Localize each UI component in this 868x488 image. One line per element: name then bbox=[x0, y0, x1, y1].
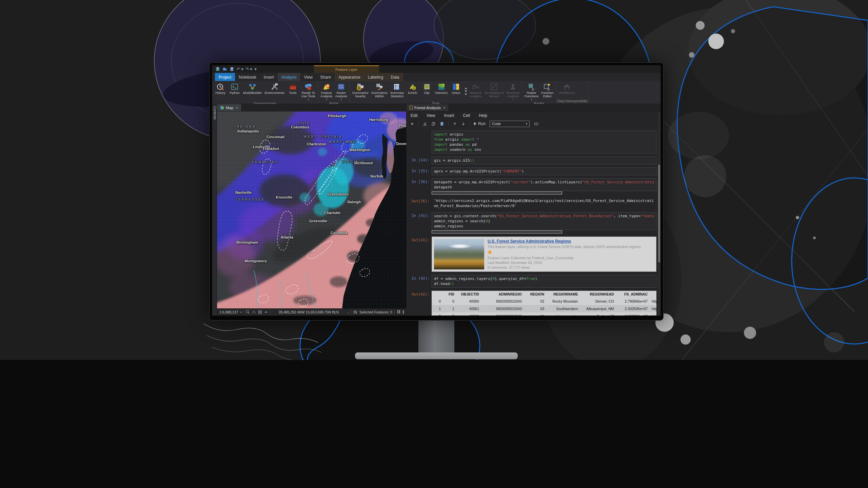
notebook-menu-help[interactable]: Help bbox=[479, 113, 487, 118]
paste-icon[interactable] bbox=[230, 67, 234, 72]
gallery-spinner[interactable] bbox=[463, 81, 468, 101]
ribbon-tab-data[interactable]: Data bbox=[387, 73, 403, 81]
open-icon[interactable] bbox=[222, 67, 227, 72]
map-scale-value[interactable]: 1:6,088,137 bbox=[219, 310, 238, 314]
table-header: REGION bbox=[524, 291, 546, 298]
state-label-tennessee: TENNESSEE bbox=[235, 198, 265, 201]
selection-icon bbox=[353, 310, 357, 314]
notebook-cell: In [15]:aprx = arcpy.mp.ArcGISProject("C… bbox=[407, 167, 656, 175]
command-palette-icon[interactable] bbox=[534, 122, 539, 126]
notebook-menu-view[interactable]: View bbox=[427, 113, 435, 118]
ribbon-tab-analysis[interactable]: Analysis bbox=[278, 73, 300, 81]
union-icon bbox=[452, 82, 460, 91]
move-down-icon[interactable] bbox=[461, 122, 466, 126]
cell-prompt: In [15]: bbox=[407, 167, 432, 175]
undo-icon[interactable]: ↶ ▾ bbox=[237, 67, 243, 71]
more-icon[interactable] bbox=[403, 310, 404, 314]
notebook-tab[interactable]: Forest Analysis × bbox=[407, 104, 448, 111]
ribbon-button-network-analysis: Network Analysis▾ bbox=[468, 81, 483, 101]
chevron-down-icon[interactable]: ▾ bbox=[240, 311, 241, 314]
ribbon-button-feature-analysis[interactable]: Feature Analysis▾ bbox=[319, 81, 334, 101]
item-type-icon bbox=[488, 250, 492, 255]
notebook-menu-edit[interactable]: Edit bbox=[411, 113, 418, 118]
notebook-menu-insert[interactable]: Insert bbox=[444, 113, 454, 118]
ribbon-group-geoprocessing: HistoryPythonModelBuilderEnvironmentsToo… bbox=[212, 81, 318, 104]
contents-panel-collapsed[interactable]: Contents bbox=[212, 104, 217, 316]
pause-icon[interactable] bbox=[397, 310, 400, 314]
city-label-norfolk: Norfolk bbox=[370, 174, 383, 178]
horizontal-scrollbar[interactable] bbox=[432, 230, 562, 233]
ribbon-button-clip[interactable]: Clip bbox=[420, 81, 434, 101]
redo-icon[interactable]: ↷ ▾ bbox=[245, 67, 252, 71]
ribbon-button-raster-functions[interactable]: fxRaster Functions▾ bbox=[523, 81, 540, 101]
chevron-down-icon: ▾ bbox=[340, 98, 342, 101]
add-cell-icon[interactable] bbox=[410, 122, 414, 126]
ribbon-button-summarize-within[interactable]: Summarize Within bbox=[370, 81, 389, 101]
add-overlay-icon[interactable] bbox=[246, 310, 250, 314]
code-cell-input[interactable]: aprx = arcpy.mp.ArcGISProject("CURRENT") bbox=[432, 167, 656, 175]
run-button[interactable]: Run bbox=[474, 121, 486, 126]
chevron-down-icon: ▾ bbox=[326, 98, 327, 101]
map-coordinates[interactable]: 28,485,292.46W 15,653,698.75N ftUS bbox=[273, 310, 344, 314]
city-label-cincinnati: Cincinnati bbox=[267, 135, 284, 139]
code-cell-input[interactable]: gis = arcgis.GIS() bbox=[432, 157, 656, 164]
table-row: 2240062990400001034304IntermountainOgden… bbox=[432, 312, 656, 316]
notebook-tab-bar: Forest Analysis × bbox=[407, 104, 660, 111]
close-icon[interactable]: × bbox=[443, 106, 445, 110]
move-up-icon[interactable] bbox=[453, 122, 457, 126]
monitor-stand-neck bbox=[418, 319, 454, 357]
table-cell: 04 bbox=[524, 312, 546, 316]
environments-icon bbox=[271, 82, 279, 91]
grid-icon[interactable] bbox=[258, 310, 262, 314]
ribbon-tab-appearance[interactable]: Appearance bbox=[335, 73, 364, 81]
ribbon-button-union[interactable]: Union bbox=[449, 81, 463, 101]
code-cell-input[interactable]: df = admin_regions.layers[0].query(as_df… bbox=[432, 275, 656, 288]
ribbon-button-enrich[interactable]: Enrich bbox=[406, 81, 420, 101]
toolbar-separator bbox=[418, 121, 419, 126]
ribbon-button-tools[interactable]: Tools bbox=[286, 81, 300, 101]
ribbon-button-summary-statistics[interactable]: Summary Statistics bbox=[389, 81, 406, 101]
ribbon-tab-project[interactable]: Project bbox=[215, 73, 235, 81]
ribbon-button-raster-analysis[interactable]: Raster Analysis▾ bbox=[334, 81, 348, 101]
notebook-cell: Out[42]:FIDOBJECTIDADMINREGIOREGIONREGIO… bbox=[407, 291, 656, 316]
audio-icon[interactable] bbox=[264, 310, 268, 314]
ribbon-button-function-editor[interactable]: fxFunction Editor bbox=[540, 81, 555, 101]
ribbon-button-summarize-nearby[interactable]: Summarize Nearby bbox=[351, 81, 370, 101]
table-header: FS_ADMINAC bbox=[616, 291, 650, 298]
ribbon-button-python[interactable]: Python bbox=[228, 81, 242, 101]
ribbon-button-modelbuilder[interactable]: ModelBuilder bbox=[242, 81, 263, 101]
ribbon-tab-labeling[interactable]: Labeling bbox=[364, 73, 387, 81]
cell-type-select[interactable]: Code▾ bbox=[490, 121, 530, 127]
paste-icon[interactable] bbox=[440, 122, 444, 126]
code-cell-input[interactable]: search = gis.content.search("US_Forest_S… bbox=[432, 212, 656, 230]
ribbon-tab-insert[interactable]: Insert bbox=[260, 73, 278, 81]
map-canvas[interactable]: PittsburghHarrisburgPhilaINDIANAIndianap… bbox=[217, 111, 406, 308]
contents-panel-label: Contents bbox=[213, 104, 217, 120]
code-cell-input[interactable]: import arcgisfrom arcgis import *import … bbox=[432, 130, 656, 154]
close-icon[interactable]: × bbox=[236, 106, 238, 110]
code-cell-input[interactable]: datapath = arcpy.mp.ArcGISProject("curre… bbox=[432, 178, 656, 191]
horizontal-scrollbar[interactable] bbox=[432, 191, 562, 195]
notebook-scrollbar[interactable] bbox=[657, 111, 660, 316]
item-card-title-link[interactable]: U.S. Forest Service Administrative Regio… bbox=[488, 239, 642, 244]
ribbon-tab-notebook[interactable]: Notebook bbox=[235, 73, 260, 81]
selected-features[interactable]: Selected Features: 0 bbox=[359, 310, 392, 314]
city-label-charleston: Charleston bbox=[307, 142, 326, 146]
ribbon-button-environments[interactable]: Environments bbox=[263, 81, 285, 101]
table-cell: Denver, CO bbox=[580, 298, 616, 305]
chevron-down-icon[interactable]: ⌄ bbox=[347, 311, 349, 314]
pin-icon[interactable]: ▾ bbox=[255, 67, 257, 71]
ribbon-button-ready-to-use-tools[interactable]: Ready To Use Tools▾ bbox=[300, 81, 317, 101]
ribbon-tab-view[interactable]: View bbox=[300, 73, 316, 81]
copy-icon[interactable] bbox=[431, 122, 436, 126]
notebook-cell: In [16]:datapath = arcpy.mp.ArcGISProjec… bbox=[407, 178, 656, 195]
cut-icon[interactable] bbox=[423, 122, 427, 126]
snapping-icon[interactable] bbox=[252, 310, 256, 314]
map-view-tab[interactable]: Map × bbox=[217, 104, 241, 111]
notebook-menu-cell[interactable]: Cell bbox=[463, 113, 470, 118]
ribbon-tab-share[interactable]: Share bbox=[316, 73, 335, 81]
save-icon[interactable] bbox=[215, 67, 220, 72]
ribbon-button-history[interactable]: History bbox=[213, 81, 228, 101]
item-card[interactable]: U.S. Forest Service Administrative Regio… bbox=[432, 237, 656, 272]
ribbon-button-intersect[interactable]: Intersect bbox=[434, 81, 449, 101]
